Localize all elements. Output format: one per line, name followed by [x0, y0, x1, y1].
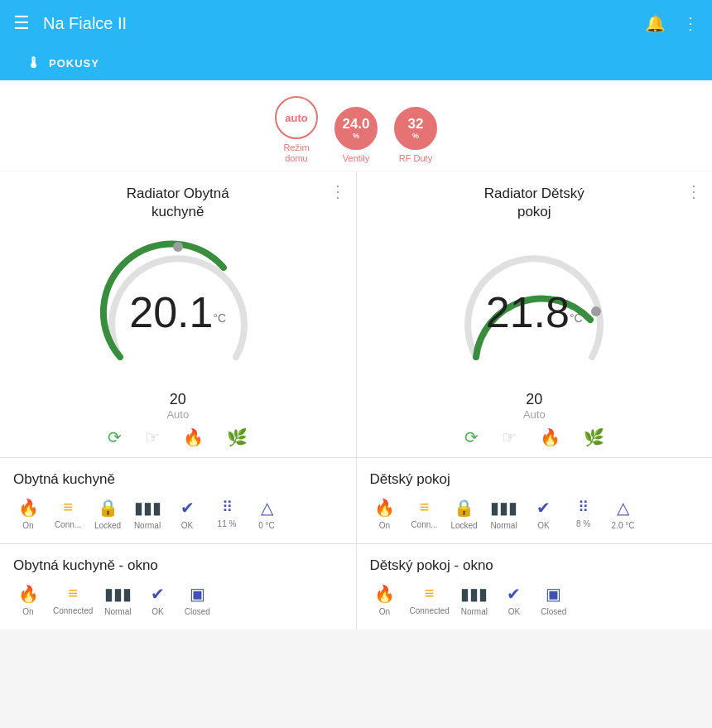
heat-status-icon: ⠿: [578, 498, 589, 516]
window-closed-icon: ▣: [546, 584, 561, 604]
lock-label: Locked: [450, 521, 477, 530]
status-item: 🔒 Locked: [450, 498, 479, 530]
status-item: ≡ Connected: [53, 584, 93, 615]
shield-label: OK: [537, 521, 549, 530]
battery-status-icon: ▮▮▮: [134, 498, 161, 518]
status-item: ≡ Connected: [410, 584, 450, 615]
status-item: ▮▮▮ Normal: [132, 498, 162, 530]
shield-label: OK: [181, 521, 193, 530]
status-badge-mode[interactable]: auto Režimdomu: [275, 96, 318, 164]
window-status-row-1: 🔥 On ≡ Connected ▮▮▮ Normal ✔ OK ▣ Close…: [13, 584, 343, 616]
card-menu-icon-1[interactable]: ⋮: [330, 181, 346, 201]
status-item: ⠿ 8 %: [569, 498, 599, 528]
card-menu-icon-2[interactable]: ⋮: [686, 181, 702, 201]
refresh-icon-2[interactable]: ⟳: [464, 427, 479, 447]
status-item: 🔥 On: [370, 584, 400, 616]
closed-label: Closed: [541, 607, 566, 616]
status-icons-row-2: 🔥 On ≡ Conn... 🔒 Locked ▮▮▮ Normal ✔ OK …: [370, 498, 700, 530]
app-bar: ☰ Na Fialce II 🔔 ⋮: [0, 0, 712, 46]
temp-label: 2.0 °C: [612, 521, 635, 530]
lock-status-icon: 🔒: [98, 498, 118, 518]
window-card-title-1: Obytná kuchyně - okno: [13, 557, 343, 574]
conn-icon: ≡: [425, 584, 435, 603]
status-card-2: Dětský pokoj 🔥 On ≡ Conn... 🔒 Locked ▮▮▮…: [357, 458, 713, 543]
temp-status-icon: △: [617, 498, 629, 518]
thermostat-title-1: Radiator Obytnákuchyně: [13, 185, 343, 221]
thermostat-title-2: Radiator Dětskýpokoj: [370, 185, 700, 221]
hand-icon-1[interactable]: ☞: [145, 427, 160, 447]
action-row-1: ⟳ ☞ 🔥 🌿: [13, 421, 343, 451]
refresh-icon-1[interactable]: ⟳: [108, 427, 122, 447]
menu-icon[interactable]: ☰: [13, 12, 30, 34]
status-card-1: Obytná kuchyně 🔥 On ≡ Conn... 🔒 Locked ▮…: [0, 458, 356, 543]
leaf-icon-2[interactable]: 🌿: [584, 427, 604, 447]
more-options-icon[interactable]: ⋮: [682, 13, 699, 33]
status-item: ✔ OK: [499, 584, 529, 616]
svg-point-1: [591, 306, 601, 316]
status-item: ✔ OK: [142, 584, 172, 616]
temp-label: 0 °C: [258, 521, 275, 530]
ventily-label: Ventily: [343, 153, 369, 164]
wifi-status-icon: ≡: [420, 498, 430, 517]
conn-icon: ≡: [68, 584, 78, 603]
flame-label: On: [379, 521, 390, 530]
status-card-title-2: Dětský pokoj: [370, 471, 700, 488]
ok-label: OK: [508, 607, 520, 616]
on-label: On: [379, 607, 390, 616]
status-item: ✔ OK: [529, 498, 559, 530]
status-badge-ventily[interactable]: 24.0 % Ventily: [334, 107, 378, 164]
wifi-status-icon: ≡: [63, 498, 73, 517]
status-item: ▮▮▮ Normal: [459, 584, 489, 616]
flame-icon-1[interactable]: 🔥: [183, 427, 204, 447]
ok-icon: ✔: [507, 584, 521, 604]
wifi-label: Conn...: [411, 520, 437, 529]
tab-bar: 🌡 POKUSY: [0, 46, 712, 83]
tab-pokusy[interactable]: 🌡 POKUSY: [13, 46, 113, 83]
status-icons-row-1: 🔥 On ≡ Conn... 🔒 Locked ▮▮▮ Normal ✔ OK …: [13, 498, 343, 530]
normal-label: Normal: [104, 607, 131, 616]
on-label: On: [22, 607, 33, 616]
status-item: ≡ Conn...: [410, 498, 440, 529]
gauge-temp-2: 21.8°C: [486, 291, 583, 334]
notification-icon[interactable]: 🔔: [645, 13, 666, 33]
tab-label: POKUSY: [49, 57, 99, 70]
connected-label: Connected: [410, 606, 450, 615]
flame-label: On: [22, 521, 33, 530]
battery-icon: ▮▮▮: [104, 584, 132, 604]
status-item: ▮▮▮ Normal: [489, 498, 519, 530]
status-item: ✔ OK: [172, 498, 202, 530]
status-item: ▣ Closed: [539, 584, 569, 616]
leaf-icon-1[interactable]: 🌿: [227, 427, 248, 447]
flame-icon: 🔥: [18, 584, 39, 604]
gauge-1: 20.1°C: [95, 229, 261, 394]
mode-label: Režimdomu: [283, 142, 309, 164]
normal-label: Normal: [461, 607, 488, 616]
action-row-2: ⟳ ☞ 🔥 🌿: [370, 421, 700, 451]
app-title: Na Fialce II: [43, 14, 645, 33]
battery-label: Normal: [134, 521, 161, 530]
flame-icon-2[interactable]: 🔥: [540, 427, 560, 447]
rfduty-label: RF Duty: [399, 153, 432, 164]
heat-label: 11 %: [218, 519, 237, 528]
lock-label: Locked: [94, 521, 121, 530]
ventily-circle: 24.0 %: [334, 107, 378, 150]
hand-icon-2[interactable]: ☞: [502, 427, 517, 447]
status-card-title-1: Obytná kuchyně: [13, 471, 343, 488]
status-item: 🔥 On: [13, 584, 43, 616]
svg-point-0: [173, 242, 183, 252]
thermostat-card-1: ⋮ Radiator Obytnákuchyně 20.1°C 20 Auto …: [0, 171, 356, 456]
window-status-row-2: 🔥 On ≡ Connected ▮▮▮ Normal ✔ OK ▣ Close…: [370, 584, 700, 616]
window-card-2: Dětský pokoj - okno 🔥 On ≡ Connected ▮▮▮…: [357, 544, 713, 629]
status-badge-rfduty[interactable]: 32 % RF Duty: [394, 107, 437, 164]
mode-2: Auto: [370, 408, 700, 421]
status-item: ≡ Conn...: [53, 498, 83, 529]
status-item: 🔥 On: [13, 498, 43, 530]
status-item: ▣ Closed: [182, 584, 212, 616]
heat-label: 8 %: [576, 519, 590, 528]
status-item: △ 2.0 °C: [609, 498, 638, 530]
battery-label: Normal: [490, 521, 517, 530]
gauge-temp-1: 20.1°C: [129, 291, 226, 334]
status-item: 🔒 Locked: [93, 498, 123, 530]
wifi-label: Conn...: [55, 520, 81, 529]
battery-status-icon: ▮▮▮: [490, 498, 517, 518]
